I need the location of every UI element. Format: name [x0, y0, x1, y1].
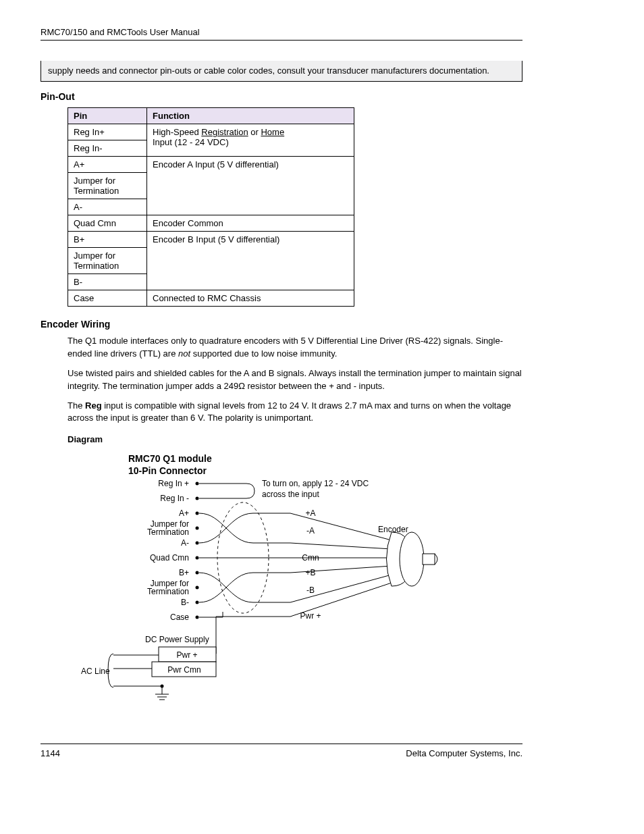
svg-text:AC Line: AC Line: [81, 667, 110, 676]
svg-text:-B: -B: [306, 585, 315, 595]
svg-text:Termination: Termination: [147, 587, 189, 596]
svg-text:Encoder: Encoder: [378, 525, 408, 534]
cell-pin: Case: [68, 290, 147, 307]
table-row: Quad Cmn Encoder Common: [68, 215, 354, 232]
svg-point-12: [196, 556, 199, 560]
svg-text:Quad Cmn: Quad Cmn: [150, 553, 189, 563]
encoder-p1: The Q1 module interfaces only to quadrat…: [68, 335, 522, 361]
svg-text:-A: -A: [306, 526, 315, 536]
encoder-p3: The Reg input is compatible with signal …: [68, 400, 522, 425]
svg-text:+A: +A: [305, 509, 315, 518]
svg-text:Termination: Termination: [147, 527, 189, 537]
svg-text:Case: Case: [170, 613, 189, 622]
th-pin: Pin: [68, 108, 147, 124]
diagram-heading: Diagram: [68, 434, 522, 444]
svg-point-44: [400, 532, 424, 586]
svg-point-8: [196, 527, 199, 530]
svg-point-14: [196, 571, 199, 575]
svg-line-37: [290, 575, 392, 602]
wiring-diagram: RMC70 Q1 module 10-Pin Connector Reg In …: [74, 451, 522, 723]
cell-func: Encoder Common: [147, 215, 354, 232]
diag-title2: 10-Pin Connector: [128, 465, 207, 476]
svg-text:across the input: across the input: [262, 490, 319, 499]
footer-company: Delta Computer Systems, Inc.: [406, 748, 522, 758]
pinout-heading: Pin-Out: [41, 91, 522, 102]
svg-text:A+: A+: [179, 509, 189, 518]
svg-point-5: [196, 512, 199, 515]
cell-pin: B-: [68, 274, 147, 290]
cell-func: Encoder A Input (5 V differential): [147, 157, 354, 215]
cell-pin: Quad Cmn: [68, 215, 147, 232]
cell-pin: B+: [68, 232, 147, 248]
pin-labels: Reg In + Reg In - A+ Jumper for Terminat…: [147, 479, 199, 622]
cell-pin: Reg In+: [68, 124, 147, 140]
svg-text:Pwr Cmn: Pwr Cmn: [167, 665, 200, 675]
th-function: Function: [147, 108, 354, 124]
encoder-heading: Encoder Wiring: [41, 319, 522, 330]
svg-point-1: [196, 482, 199, 486]
encoder-p2: Use twisted pairs and shielded cables fo…: [68, 367, 522, 393]
diag-title1: RMC70 Q1 module: [128, 453, 212, 464]
svg-point-21: [196, 616, 199, 619]
svg-text:Pwr +: Pwr +: [176, 650, 197, 660]
svg-point-3: [196, 497, 199, 500]
svg-text:A-: A-: [181, 538, 189, 548]
cell-pin: A-: [68, 199, 147, 215]
table-row: Case Connected to RMC Chassis: [68, 290, 354, 307]
encoder-icon: [387, 532, 438, 586]
svg-text:B-: B-: [181, 598, 189, 607]
svg-text:DC Power Supply: DC Power Supply: [145, 635, 209, 644]
table-row: Reg In+ High-Speed Registration or Home …: [68, 124, 354, 140]
cell-pin: Jumper for Termination: [68, 173, 147, 199]
svg-text:Reg In +: Reg In +: [158, 479, 189, 488]
svg-text:To turn on, apply 12 - 24 VDC: To turn on, apply 12 - 24 VDC: [262, 479, 369, 488]
cell-func: Encoder B Input (5 V differential): [147, 232, 354, 290]
svg-text:+B: +B: [305, 568, 315, 577]
svg-text:B+: B+: [179, 568, 189, 577]
cell-pin: Jumper for Termination: [68, 248, 147, 274]
svg-point-10: [196, 542, 199, 545]
page-number: 1144: [41, 748, 60, 758]
note-text: supply needs and connector pin-outs or c…: [48, 66, 489, 76]
svg-rect-45: [423, 554, 435, 565]
svg-line-30: [290, 543, 392, 549]
cell-pin: Reg In-: [68, 140, 147, 157]
svg-point-19: [196, 601, 199, 604]
page-header: RMC70/150 and RMCTools User Manual: [41, 27, 522, 41]
note-box: supply needs and connector pin-outs or c…: [41, 61, 522, 82]
svg-line-41: [290, 583, 392, 617]
svg-text:Reg In -: Reg In -: [160, 494, 189, 503]
svg-line-29: [290, 513, 392, 540]
table-row: B+ Encoder B Input (5 V differential): [68, 232, 354, 248]
svg-point-17: [196, 586, 199, 590]
table-row: A+ Encoder A Input (5 V differential): [68, 157, 354, 173]
cell-pin: A+: [68, 157, 147, 173]
cell-func: High-Speed Registration or Home Input (1…: [147, 124, 354, 157]
page-footer: 1144 Delta Computer Systems, Inc.: [41, 744, 522, 758]
header-title: RMC70/150 and RMCTools User Manual: [41, 27, 200, 37]
cell-func: Connected to RMC Chassis: [147, 290, 354, 307]
pinout-table: Pin Function Reg In+ High-Speed Registra…: [68, 107, 354, 307]
